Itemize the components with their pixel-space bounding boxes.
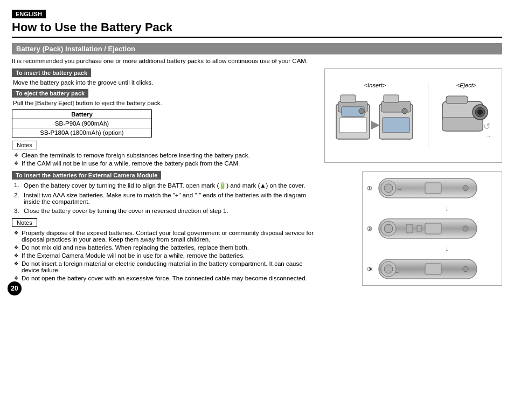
note2-item3: If the External Camera Module will not b…: [14, 252, 319, 259]
section1-intro: It is recommended you purchase one or mo…: [12, 58, 502, 64]
insert-text: Move the battery pack into the groove un…: [13, 79, 319, 86]
battery-tube-2-svg: [377, 217, 479, 240]
insert-diagram-label: <Insert>: [364, 82, 386, 88]
svg-rect-31: [417, 225, 421, 232]
svg-point-16: [477, 109, 483, 115]
svg-point-39: [463, 266, 468, 272]
eject-label: To eject the battery pack: [12, 89, 88, 98]
note1-item2: If the CAM will not be in use for a whil…: [14, 160, 319, 167]
svg-point-22: [384, 184, 393, 192]
diagram-divider: [428, 84, 428, 148]
note2-item4: Do not insert a foreign material or elec…: [14, 260, 319, 273]
section1-notes-list: Clean the terminals to remove foreign su…: [12, 152, 319, 167]
ext-row-1: ①: [366, 176, 498, 200]
svg-rect-3: [339, 118, 366, 133]
svg-text:↓: ↓: [445, 244, 449, 252]
svg-point-29: [384, 224, 393, 233]
main-content: To insert the battery pack Move the batt…: [12, 68, 502, 286]
right-column: <Insert> ▶: [324, 68, 502, 286]
ext-num-2: ②: [366, 225, 373, 232]
svg-rect-38: [425, 264, 441, 274]
svg-rect-10: [383, 118, 409, 133]
step-2: Install two AAA size batteries. Make sur…: [12, 192, 319, 205]
notes-box-2: Notes: [12, 218, 37, 227]
svg-rect-9: [384, 95, 399, 102]
ext-row-3: ③: [366, 257, 498, 281]
svg-rect-17: [446, 96, 468, 104]
svg-text:↺: ↺: [483, 122, 490, 131]
battery-row-1: SB-P90A (900mAh): [12, 119, 152, 128]
svg-point-37: [384, 265, 393, 273]
note1-item1: Clean the terminals to remove foreign su…: [14, 152, 319, 159]
section2-header: To insert the batteries for External Cam…: [12, 171, 161, 180]
svg-point-5: [359, 108, 364, 114]
svg-text:↓: ↓: [445, 204, 449, 212]
battery-tube-1-svg: →: [377, 176, 479, 200]
ext-num-1: ①: [366, 185, 373, 192]
note2-item1: Properly dispose of the expired batterie…: [14, 230, 319, 243]
svg-rect-23: [425, 183, 441, 194]
battery-diagram: <Insert> ▶: [324, 68, 502, 163]
ext-row-2: ②: [366, 217, 498, 240]
battery-tube-3-svg: →: [377, 257, 479, 281]
arrow-down-2: ↓: [366, 244, 498, 254]
eject-camera-svg: ↺ →: [438, 91, 495, 150]
svg-point-11: [402, 108, 407, 114]
battery-row-2: SB-P180A (1800mAh) (option): [12, 128, 152, 137]
battery-table: Battery SB-P90A (900mAh) SB-P180A (1800m…: [12, 109, 152, 137]
insert-cameras-svg: ▶: [332, 91, 418, 150]
ext-battery-diagram: ①: [362, 171, 502, 286]
notes-box-1: Notes: [12, 141, 37, 149]
ext-num-3: ③: [366, 266, 373, 273]
svg-rect-30: [406, 224, 413, 233]
svg-text:→: →: [394, 269, 400, 276]
page-number: 20: [8, 281, 22, 295]
eject-diagram: <Eject> ↺ →: [438, 82, 495, 150]
svg-text:▶: ▶: [371, 118, 380, 131]
svg-rect-2: [341, 95, 356, 102]
page: ENGLISH How to Use the Battery Pack Batt…: [0, 0, 514, 302]
eject-diagram-label: <Eject>: [456, 82, 476, 88]
insert-diagram: <Insert> ▶: [332, 82, 418, 150]
language-badge: ENGLISH: [12, 10, 46, 18]
svg-rect-32: [425, 223, 441, 234]
svg-point-24: [463, 185, 468, 191]
eject-text: Pull the [Battery Eject] button to eject…: [13, 100, 319, 106]
arrow-down-1: ↓: [366, 203, 498, 214]
page-title: How to Use the Battery Pack: [12, 20, 502, 38]
step-3: Close the battery cover by turning the c…: [12, 208, 319, 214]
svg-rect-13: [442, 118, 483, 131]
section2-steps: Open the battery cover by turning the li…: [12, 182, 319, 214]
section1-header: Battery (Pack) Installation / Ejection: [12, 43, 502, 54]
note2-item5: Do not open the battery cover with an ex…: [14, 275, 319, 281]
step-1: Open the battery cover by turning the li…: [12, 182, 319, 189]
svg-text:→: →: [396, 185, 403, 193]
battery-table-header: Battery: [12, 110, 152, 119]
svg-point-33: [463, 226, 468, 231]
section2-notes-list: Properly dispose of the expired batterie…: [12, 230, 319, 281]
note2-item2: Do not mix old and new batteries. When r…: [14, 244, 319, 251]
insert-label: To insert the battery pack: [12, 68, 91, 77]
svg-text:→: →: [485, 133, 491, 139]
left-column: To insert the battery pack Move the batt…: [12, 68, 319, 286]
